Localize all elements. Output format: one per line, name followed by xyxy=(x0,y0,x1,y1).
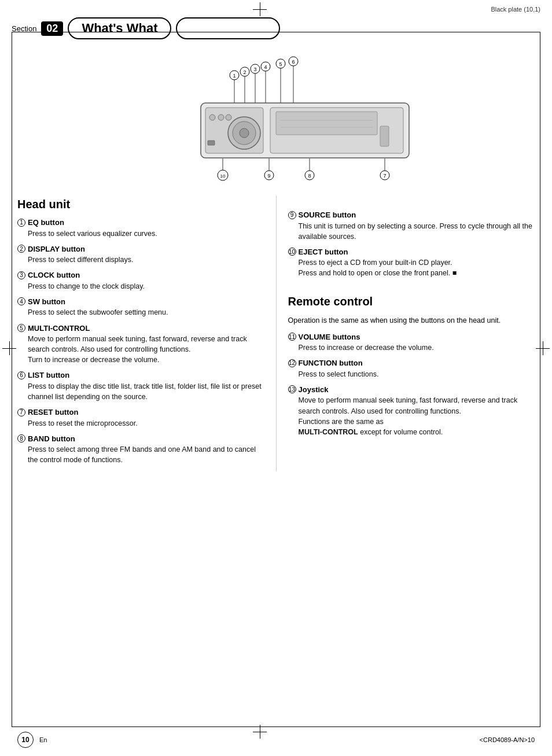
multi-control-bold: MULTI-CONTROL xyxy=(299,428,358,436)
section-number: 02 xyxy=(41,21,63,36)
item-8: 8 BAND button Press to select among thre… xyxy=(17,434,264,466)
right-column: 9 SOURCE button This unit is turned on b… xyxy=(277,196,535,471)
page-footer: 10 En <CRD4089-A/N>10 xyxy=(0,732,552,748)
svg-text:9: 9 xyxy=(267,173,270,179)
item-4-label: SW button xyxy=(28,297,65,306)
item-2: 2 DISPLAY button Press to select differe… xyxy=(17,245,264,265)
item-9-title: 9 SOURCE button xyxy=(288,211,535,220)
item-9: 9 SOURCE button This unit is turned on b… xyxy=(288,211,535,242)
item-10-title: 10 EJECT button xyxy=(288,248,535,257)
item-10-label: EJECT button xyxy=(299,248,348,256)
item-1-num: 1 xyxy=(17,219,25,227)
item-2-title: 2 DISPLAY button xyxy=(17,245,264,254)
svg-text:3: 3 xyxy=(253,67,256,72)
item-7: 7 RESET button Press to reset the microp… xyxy=(17,408,264,429)
footer-code: <CRD4089-A/N>10 xyxy=(480,736,535,743)
item-13-desc: Move to perform manual seek tuning, fast… xyxy=(288,395,535,437)
svg-rect-26 xyxy=(208,141,215,145)
svg-point-25 xyxy=(240,128,249,138)
svg-text:7: 7 xyxy=(383,173,386,179)
crosshair-right-mid xyxy=(536,341,550,355)
item-11-title: 11 VOLUME buttons xyxy=(288,333,535,342)
svg-point-20 xyxy=(209,115,215,120)
item-9-num: 9 xyxy=(288,211,296,219)
item-7-label: RESET button xyxy=(28,408,78,416)
device-diagram: 1 2 3 4 5 6 xyxy=(137,51,415,184)
svg-text:8: 8 xyxy=(308,173,311,179)
svg-point-21 xyxy=(218,115,224,120)
item-1-title: 1 EQ button xyxy=(17,218,264,227)
item-10-desc: Press to eject a CD from your built-in C… xyxy=(288,257,535,278)
item-9-label: SOURCE button xyxy=(299,211,356,219)
crosshair-top-center xyxy=(253,2,267,16)
item-12: 12 FUNCTION button Press to select funct… xyxy=(288,359,535,379)
head-unit-heading: Head unit xyxy=(17,198,264,211)
item-4-title: 4 SW button xyxy=(17,297,264,307)
item-5: 5 MULTI-CONTROL Move to perform manual s… xyxy=(17,324,264,366)
item-2-label: DISPLAY button xyxy=(28,245,85,253)
item-5-desc: Move to perform manual seek tuning, fast… xyxy=(17,334,264,365)
item-1-desc: Press to select various equalizer curves… xyxy=(17,228,264,239)
item-11-desc: Press to increase or decrease the volume… xyxy=(288,342,535,353)
content-columns: Head unit 1 EQ button Press to select va… xyxy=(0,190,552,483)
header-text: Black plate (10,1) xyxy=(491,6,540,13)
svg-rect-31 xyxy=(380,126,389,146)
item-7-num: 7 xyxy=(17,408,25,416)
item-3-label: CLOCK button xyxy=(28,271,80,279)
item-11-label: VOLUME buttons xyxy=(299,333,360,341)
diagram-area: 1 2 3 4 5 6 xyxy=(0,39,552,190)
section-right-pill xyxy=(176,17,280,39)
item-6-desc: Press to display the disc title list, tr… xyxy=(17,381,264,402)
remote-intro: Operation is the same as when using the … xyxy=(288,315,535,326)
svg-text:5: 5 xyxy=(279,61,282,67)
item-10-num: 10 xyxy=(288,248,296,256)
item-1-label: EQ button xyxy=(28,218,64,227)
svg-text:2: 2 xyxy=(243,69,246,75)
footer-left: 10 En xyxy=(17,732,47,748)
item-1: 1 EQ button Press to select various equa… xyxy=(17,218,264,239)
svg-text:1: 1 xyxy=(233,73,235,79)
page-number: 10 xyxy=(17,732,34,748)
item-13-num: 13 xyxy=(288,385,296,393)
item-12-label: FUNCTION button xyxy=(299,359,363,367)
item-7-title: 7 RESET button xyxy=(17,408,264,417)
item-6: 6 LIST button Press to display the disc … xyxy=(17,371,264,402)
item-3-desc: Press to change to the clock display. xyxy=(17,281,264,292)
item-3-num: 3 xyxy=(17,271,25,279)
item-7-desc: Press to reset the microprocessor. xyxy=(17,418,264,429)
item-12-num: 12 xyxy=(288,359,296,367)
item-4-desc: Press to select the subwoofer setting me… xyxy=(17,307,264,318)
svg-text:6: 6 xyxy=(292,59,295,65)
item-3-title: 3 CLOCK button xyxy=(17,271,264,280)
item-6-num: 6 xyxy=(17,371,25,379)
item-2-desc: Press to select different displays. xyxy=(17,255,264,265)
section-title: What's What xyxy=(68,17,171,39)
item-12-title: 12 FUNCTION button xyxy=(288,359,535,368)
item-4: 4 SW button Press to select the subwoofe… xyxy=(17,297,264,318)
left-column: Head unit 1 EQ button Press to select va… xyxy=(17,196,277,471)
item-3: 3 CLOCK button Press to change to the cl… xyxy=(17,271,264,292)
item-4-num: 4 xyxy=(17,297,25,305)
item-5-title: 5 MULTI-CONTROL xyxy=(17,324,264,333)
item-12-desc: Press to select functions. xyxy=(288,369,535,379)
item-6-title: 6 LIST button xyxy=(17,371,264,380)
footer-lang: En xyxy=(39,736,47,743)
item-8-title: 8 BAND button xyxy=(17,434,264,444)
item-5-num: 5 xyxy=(17,324,25,332)
svg-text:10: 10 xyxy=(220,174,226,179)
item-2-num: 2 xyxy=(17,245,25,253)
svg-rect-28 xyxy=(276,112,377,135)
page-header: Black plate (10,1) xyxy=(0,0,552,13)
item-8-label: BAND button xyxy=(28,434,75,443)
item-13: 13 Joystick Move to perform manual seek … xyxy=(288,385,535,437)
svg-text:4: 4 xyxy=(264,64,267,70)
item-6-label: LIST button xyxy=(28,371,69,379)
item-5-label: MULTI-CONTROL xyxy=(28,324,90,333)
item-9-desc: This unit is turned on by selecting a so… xyxy=(288,221,535,242)
crosshair-left-mid xyxy=(2,341,16,355)
remote-heading: Remote control xyxy=(288,295,535,308)
svg-point-22 xyxy=(226,115,231,120)
item-8-desc: Press to select among three FM bands and… xyxy=(17,444,264,465)
section-header: Section 02 What's What xyxy=(0,13,552,39)
item-10: 10 EJECT button Press to eject a CD from… xyxy=(288,248,535,279)
